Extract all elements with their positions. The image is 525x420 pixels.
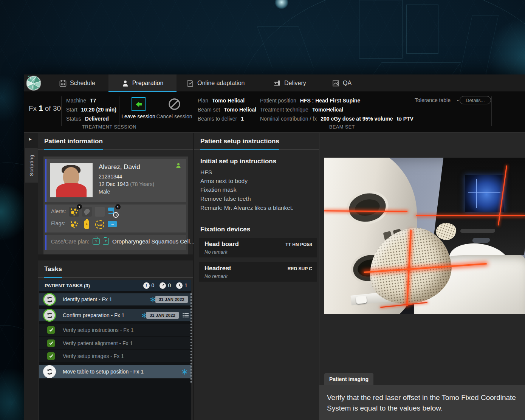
laser-line-horizontal-right (416, 215, 525, 216)
tolerance-details-label: Details... (466, 98, 485, 103)
tasks-scrollbar[interactable] (190, 293, 192, 383)
setup-instruction-line: Arms next to body (200, 178, 248, 184)
arrow-left-icon (135, 100, 143, 108)
photo-screen-crosshair (476, 179, 477, 208)
device-name: Head board (204, 240, 239, 248)
imaging-instruction-line-1: Verify that the red laser offset in the … (327, 394, 516, 402)
photo-panel-screen (465, 175, 504, 212)
imaging-instruction-line-2: System is equal to the values below. (327, 404, 443, 412)
tolerance-table-value: - (457, 97, 459, 103)
tab-qa[interactable]: QA (332, 74, 352, 92)
in-progress-count: 0 (168, 282, 171, 288)
treatment-session-caption: TREATMENT SESSION (82, 124, 136, 130)
task-row-confirm-preparation[interactable]: Confirm preparation - Fx 1 31 JAN 2022 (39, 309, 191, 321)
task-menu-icon[interactable] (183, 313, 189, 318)
task-label: Verify setup images - Fx 1 (63, 353, 124, 359)
setup-instruction-line: Fixation mask (200, 186, 237, 193)
device-remark: No remark (204, 249, 228, 255)
photo-screen-crosshair (468, 192, 500, 193)
plan-row: PlanTomo Helical (198, 97, 245, 104)
patient-name: Alvarez, David (99, 163, 140, 171)
setup-instruction-line: Remove false teeth (200, 195, 251, 202)
task-done-checkbox[interactable] (47, 352, 55, 360)
tolerance-details-button[interactable]: Details... (460, 96, 491, 104)
photo-panel-slot (460, 229, 495, 233)
task-row-verify-setup-images[interactable]: Verify setup images - Fx 1 (39, 350, 191, 362)
tab-schedule-label: Schedule (70, 80, 95, 87)
dish-alert-icon[interactable] (82, 207, 92, 217)
photo-panel-button (472, 238, 490, 243)
flags-label: Flags: (51, 220, 65, 226)
content-area: ▶ Scripting Patient information Alvare (24, 133, 525, 420)
beam-set-row: Beam setTomo Helical (198, 106, 256, 113)
setup-instruction-line: HFS (200, 169, 212, 176)
care-plan-value: Oropharyngeal Squamous Cell... (112, 238, 195, 245)
due-count: 1 (184, 282, 187, 288)
tab-online-adaptation[interactable]: Online adaptation (187, 74, 245, 92)
patient-card[interactable]: Alvarez, David 21231344 12 Dec 1943 (78 … (43, 157, 188, 254)
divider (491, 96, 492, 126)
task-label: Verify patient alignment - Fx 1 (63, 340, 133, 346)
task-sync-icon (43, 309, 56, 322)
infusion-flag-icon[interactable] (82, 220, 92, 229)
alerts-label: Alerts: (51, 208, 66, 214)
divider (119, 96, 119, 126)
task-row-verify-setup-instructions[interactable]: Verify setup instructions - Fx 1 (39, 324, 191, 336)
nominal-contribution-row: Nominal contribution / fx200 cGy dose at… (260, 115, 413, 122)
tab-schedule[interactable]: Schedule (59, 74, 95, 92)
patient-tasks-group-bar: PATIENT TASKS (3) ! 0 0 1 (39, 280, 191, 291)
patient-position-row: Patient positionHFS : Head First Supine (260, 97, 360, 104)
machine-time-alert-icon[interactable]: 1 (108, 207, 118, 217)
beam-set-caption: BEAM SET (329, 124, 355, 130)
tasks-list: PATIENT TASKS (3) ! 0 0 1 (39, 280, 191, 420)
care-plan-row[interactable]: Case/Care plan: 1 ♥ Oropharyngeal Squamo… (45, 235, 186, 250)
divider (193, 96, 193, 126)
tasks-title: Tasks (44, 260, 62, 278)
status-row: StatusDelivered (66, 115, 109, 122)
device-name: Headrest (204, 265, 231, 272)
patient-age: (78 Years) (130, 181, 154, 187)
patient-imaging-body: Verify that the red laser offset in the … (319, 385, 525, 420)
patient-setup-instructions-panel: Patient setup instructions Initial set u… (194, 133, 319, 420)
fraction-indicator: Fx 1 of 30 (29, 104, 61, 113)
patient-tasks-group-title: PATIENT TASKS (3) (45, 283, 90, 288)
initial-setup-title: Initial set up instructions (200, 158, 276, 165)
allergy-flag-icon[interactable] (69, 220, 79, 229)
start-row: Start10:20 (20 min) (66, 106, 116, 113)
patient-id: 21231344 (99, 174, 122, 180)
comment-flag-icon[interactable]: ... (108, 220, 118, 229)
task-sync-icon (43, 293, 56, 306)
care-plan-label: Case/Care plan: (51, 239, 89, 245)
task-row-identify-patient[interactable]: Identify patient - Fx 1 31 JAN 2022 (39, 293, 191, 305)
frozen-icon (182, 369, 187, 375)
setup-instruction-line: Remark: Mr. Alvarez likes a blanket. (200, 205, 293, 211)
patient-information-title: Patient information (44, 133, 103, 150)
patient-available-icon (175, 163, 181, 169)
due-clock-icon (176, 282, 183, 289)
task-done-checkbox[interactable] (47, 326, 55, 334)
inactive-alert-icon[interactable] (95, 207, 105, 217)
main-nav-bar: Schedule Preparation Online adaptation (24, 74, 525, 92)
task-row-verify-patient-alignment[interactable]: Verify patient alignment - Fx 1 (39, 337, 191, 349)
task-done-checkbox[interactable] (47, 339, 55, 347)
tab-delivery-label: Delivery (284, 80, 306, 87)
task-counters: ! 0 0 1 (143, 282, 187, 289)
task-label: Move table to setup position - Fx 1 (63, 369, 144, 375)
cancel-session-button[interactable] (168, 98, 181, 111)
tab-delivery[interactable]: Delivery (274, 74, 306, 92)
patient-imaging-tab[interactable]: Patient imaging (324, 373, 373, 385)
covid19-flag-icon[interactable]: C19 (95, 220, 105, 229)
tab-preparation-label: Preparation (132, 80, 164, 87)
allergy-alert-icon[interactable]: 1 (69, 207, 79, 217)
alerts-flags-card: Alerts: 1 1 (45, 205, 186, 232)
tab-preparation[interactable]: Preparation (108, 74, 177, 92)
task-sync-icon (43, 365, 56, 378)
scripting-tab[interactable]: Scripting (25, 148, 38, 183)
tolerance-table-label: Tolerance table (415, 97, 451, 103)
calendar-icon (59, 80, 67, 87)
leave-session-button[interactable] (132, 97, 146, 111)
device-remark: No remark (204, 273, 228, 279)
treatment-session-bar: Fx 1 of 30 MachineT7 Start10:20 (20 min)… (24, 92, 525, 133)
task-row-move-table[interactable]: Move table to setup position - Fx 1 (39, 365, 191, 378)
expand-arrow-icon[interactable]: ▶ (29, 137, 32, 141)
